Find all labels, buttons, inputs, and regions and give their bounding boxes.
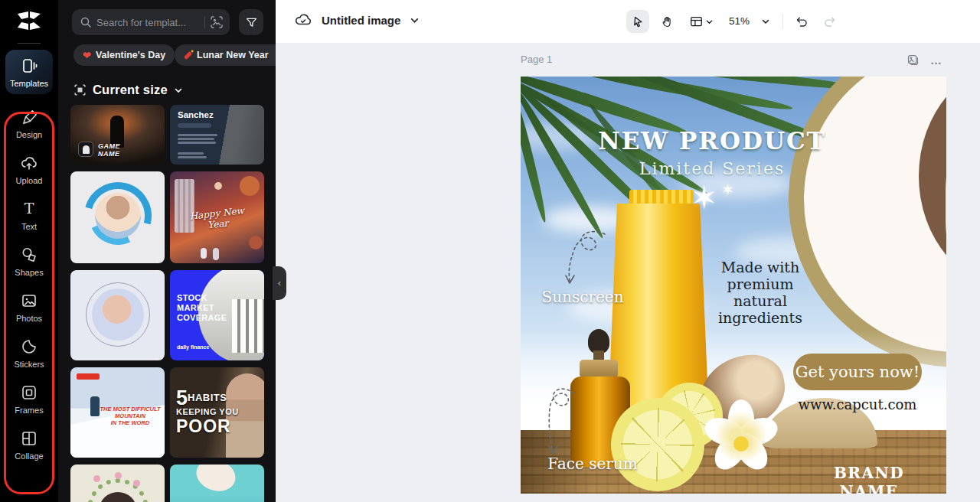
undo-icon: [795, 15, 809, 29]
portrait-photo: [95, 193, 141, 239]
thumbnail-title: STOCK MARKET COVERAGE: [177, 293, 227, 323]
sunscreen-tube-cap: [629, 190, 694, 205]
sidebar-item-label: Frames: [15, 406, 43, 415]
blossom: [133, 480, 140, 487]
template-thumbnail-underwater[interactable]: [170, 465, 264, 502]
blossom: [93, 475, 100, 482]
model-hair: [919, 77, 946, 291]
stickers-icon: [20, 337, 38, 356]
sidebar-item-frames[interactable]: Frames: [0, 383, 58, 415]
heart-icon: ❤: [83, 50, 91, 61]
layout-tool-button[interactable]: [684, 10, 718, 33]
capcut-logo[interactable]: [0, 0, 58, 41]
sidebar-item-shapes[interactable]: Shapes: [0, 246, 58, 277]
text-line: [178, 156, 207, 158]
cursor-icon: [632, 15, 645, 28]
template-thumbnail-game-name[interactable]: GAME NAME: [70, 105, 165, 165]
text-line: [178, 134, 217, 136]
sidebar-item-design[interactable]: Design: [0, 109, 58, 139]
templates-panel: ❤ Valentine's Day Lunar New Year Current…: [58, 0, 276, 502]
current-size-dropdown[interactable]: Current size: [74, 83, 183, 97]
chip-label: Lunar New Year: [197, 50, 269, 60]
sidebar-item-text[interactable]: T Text: [0, 200, 58, 231]
hand-tool-button[interactable]: [655, 10, 678, 33]
redo-icon: [822, 15, 837, 29]
swimmer: [192, 465, 240, 496]
left-nav-rail: Templates Design Upload T Text Shapes: [0, 0, 58, 502]
undo-button[interactable]: [790, 10, 813, 33]
svg-text:T: T: [24, 200, 34, 217]
design-page[interactable]: NEW PRODUCT Limited Series ✶ ✶ Sunscreen…: [521, 77, 946, 494]
climber-figure: [90, 396, 100, 416]
title-chevron-down-icon[interactable]: [410, 15, 420, 25]
planet: [249, 236, 263, 249]
sidebar-item-label: Text: [21, 222, 37, 231]
cta-pill[interactable]: Get yours now!: [793, 354, 922, 390]
search-bar[interactable]: [72, 9, 230, 35]
sidebar-item-upload[interactable]: Upload: [0, 154, 58, 185]
section-title: Current size: [93, 83, 168, 97]
zoom-dropdown-button[interactable]: [756, 10, 775, 33]
face-serum-label[interactable]: Face serum: [547, 455, 639, 473]
channel-badge: [77, 373, 100, 380]
page-label: Page 1: [521, 54, 552, 65]
thumbnail-title: THE MOST DIFFICULT MOUNTAIN IN THE WORD: [100, 406, 161, 426]
sidebar-item-templates[interactable]: Templates: [5, 50, 53, 94]
template-thumbnail-sanchez[interactable]: Sanchez: [170, 105, 264, 165]
nav-divider: [18, 43, 41, 44]
document-title[interactable]: Untitled image: [322, 14, 400, 27]
dashed-arrow: [544, 380, 585, 464]
chip-valentines-day[interactable]: ❤ Valentine's Day: [74, 44, 175, 66]
more-options-icon[interactable]: …: [930, 57, 942, 64]
design-headline[interactable]: NEW PRODUCT: [567, 127, 858, 155]
search-divider: [204, 16, 205, 28]
benefit-text[interactable]: Made with premium natural ingredients: [714, 259, 807, 326]
image-search-icon[interactable]: [210, 15, 224, 29]
chip-label: Valentine's Day: [96, 50, 165, 60]
sidebar-item-label: Design: [16, 130, 42, 139]
sidebar-item-photos[interactable]: Photos: [0, 292, 58, 323]
model-photo-circle: [789, 77, 946, 367]
sidebar-item-stickers[interactable]: Stickers: [0, 337, 58, 369]
filter-button[interactable]: [239, 9, 263, 35]
template-thumbnail-floral-wreath[interactable]: [70, 465, 165, 502]
sidebar-item-label: Photos: [16, 314, 42, 323]
zoom-level[interactable]: 51%: [729, 15, 750, 27]
flower-center: [733, 436, 749, 451]
chip-lunar-new-year[interactable]: Lunar New Year: [175, 44, 276, 66]
ghost-glyph: [83, 145, 90, 154]
layout-icon: [689, 15, 704, 29]
bottle-collar: [580, 360, 618, 378]
panel-collapse-handle[interactable]: ‹: [273, 266, 286, 300]
search-input[interactable]: [96, 17, 200, 28]
planet: [214, 182, 222, 190]
page-actions: …: [906, 54, 942, 67]
cloud-saved-icon: [294, 11, 312, 29]
duplicate-page-icon[interactable]: [906, 54, 920, 67]
template-thumbnail-mountain[interactable]: THE MOST DIFFICULT MOUNTAIN IN THE WORD: [70, 367, 165, 458]
brand-name-text[interactable]: BRAND NAME: [805, 464, 933, 494]
filter-icon: [245, 16, 258, 29]
template-thumbnail-wreath-portrait[interactable]: [70, 270, 165, 360]
template-thumbnail-5-habits[interactable]: 5 HABITS KEEPING YOU POOR: [170, 367, 264, 458]
thumbnail-title: Happy New Year: [186, 205, 249, 233]
design-icon: [21, 109, 38, 126]
shapes-icon: [20, 246, 38, 264]
design-subheadline[interactable]: Limited Series: [567, 159, 858, 178]
website-text[interactable]: www.capcut.com: [790, 396, 925, 412]
sidebar-item-collage[interactable]: Collage: [0, 429, 58, 461]
sunscreen-label[interactable]: Sunscreen: [541, 288, 625, 306]
template-thumbnail-stock-market[interactable]: STOCK MARKET COVERAGE daily finance: [170, 270, 264, 360]
chevron-down-icon: [761, 17, 770, 26]
sidebar-item-label: Shapes: [15, 268, 43, 277]
template-thumbnail-happy-new-year[interactable]: Happy New Year: [170, 171, 264, 263]
text-line: [178, 142, 216, 144]
firecracker-icon: [184, 51, 192, 59]
planet: [240, 176, 260, 196]
text-icon: T: [20, 200, 38, 218]
redo-button[interactable]: [818, 10, 841, 33]
toolbar-divider: [782, 14, 783, 29]
select-tool-button[interactable]: [626, 10, 649, 33]
hand-icon: [661, 15, 674, 28]
template-thumbnail-thumbs-up[interactable]: [70, 171, 165, 263]
